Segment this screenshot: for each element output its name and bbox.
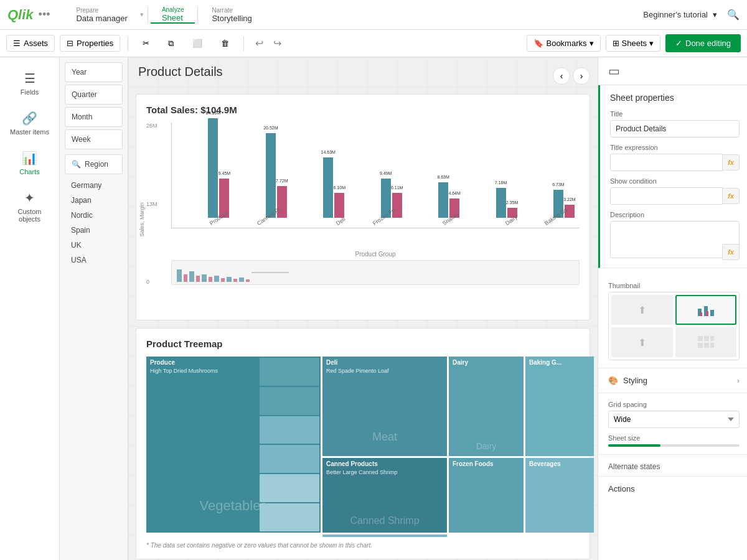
description-textarea[interactable] — [610, 221, 740, 258]
qlik-logo: Qlik — [7, 7, 34, 23]
thumb-upload-1[interactable]: ⬆ — [611, 295, 673, 325]
sheets-icon: ⊞ — [613, 39, 619, 48]
bar-group-5[interactable]: 7.18M 2.35M Dairy — [464, 188, 517, 228]
treemap-title: Product Treemap — [146, 338, 580, 349]
filter-region-nordic[interactable]: Nordic — [65, 208, 123, 223]
filter-region-germany[interactable]: Germany — [65, 178, 123, 193]
toolbar-separator-2 — [243, 36, 244, 51]
dairy-big-label: Dairy — [476, 441, 497, 451]
y-axis-label: Sales, Margin — [139, 202, 145, 236]
main-toolbar: ☰ Assets ⊟ Properties ✂ ⧉ ⬜ 🗑 ↩ ↪ 🔖 Book… — [0, 30, 747, 57]
produce-cell-3 — [260, 416, 319, 444]
bar-group-2[interactable]: 14.63M 6.10M Deli — [292, 157, 344, 228]
filter-month[interactable]: Month — [65, 107, 123, 127]
bar-4-2-value: 4.64M — [448, 191, 460, 195]
sidebar-item-charts[interactable]: 📊 Charts — [5, 144, 55, 182]
bookmarks-button[interactable]: 🔖 Bookmarks ▾ — [527, 35, 600, 52]
thumbnail-grid: ⬆ ⬆ — [608, 292, 740, 360]
thumb-chart-preview[interactable] — [675, 295, 737, 325]
thumb-upload-2[interactable]: ⬆ — [611, 327, 673, 357]
dairy-label: Dairy — [453, 359, 468, 366]
sidebar-item-fields[interactable]: ☰ Fields — [5, 65, 55, 102]
title-expression-fx-button[interactable]: fx — [723, 154, 740, 170]
sheets-button[interactable]: ⊞ Sheets ▾ — [606, 35, 660, 52]
toolbar-right: 🔖 Bookmarks ▾ ⊞ Sheets ▾ ✓ Done editing — [527, 34, 741, 52]
copy-button[interactable]: ⧉ — [161, 35, 181, 52]
y-axis-bottom: 0 — [146, 279, 157, 285]
bar-group-4[interactable]: 8.63M 4.64M Snacks — [407, 182, 459, 228]
assets-button[interactable]: ☰ Assets — [6, 35, 55, 52]
treemap-canned[interactable]: Canned Products Better Large Canned Shri… — [322, 458, 447, 533]
filter-region-uk[interactable]: UK — [65, 238, 123, 253]
mini-bar-4 — [202, 274, 207, 282]
bookmarks-arrow: ▾ — [590, 39, 594, 48]
bar-0-2-value: 9.45M — [218, 171, 230, 175]
bar-6-2-value: 3.22M — [563, 197, 575, 202]
treemap-produce[interactable]: Produce High Top Dried Mushrooms Vegetab… — [146, 357, 321, 533]
produce-big-label: Vegetables — [200, 498, 268, 514]
title-input[interactable] — [610, 120, 740, 138]
bar-group-1[interactable]: 20.52M 7.72M Canned Pr... — [234, 133, 286, 228]
filter-year[interactable]: Year — [65, 62, 123, 82]
prev-sheet-button[interactable]: ‹ — [553, 67, 570, 85]
cut-button[interactable]: ✂ — [136, 35, 156, 52]
actions-section: Actions — [598, 477, 747, 498]
treemap-grid[interactable]: Produce High Top Dried Mushrooms Vegetab… — [146, 357, 580, 537]
bar-group-6[interactable]: 6.73M 3.22M Baking Go... — [522, 190, 575, 228]
grid-spacing-section: Grid spacing Narrow Medium Wide Sheet si… — [598, 393, 747, 455]
filter-region-japan[interactable]: Japan — [65, 193, 123, 208]
show-condition-fx-button[interactable]: fx — [723, 188, 740, 204]
treemap-note: * The data set contains negative or zero… — [146, 542, 580, 549]
paste-button[interactable]: ⬜ — [186, 35, 209, 52]
properties-button[interactable]: ⊟ Properties — [60, 35, 120, 52]
show-condition-input[interactable] — [610, 187, 723, 205]
title-expression-input[interactable] — [610, 154, 723, 171]
title-expression-field: fx — [610, 154, 740, 171]
mini-scroll-indicator — [251, 272, 289, 273]
bar-1-2-value: 7.72M — [276, 179, 288, 183]
show-condition-field: fx — [610, 187, 740, 205]
treemap-deli[interactable]: Deli Red Spade Pimento Loaf Meat — [322, 357, 447, 456]
sidebar-item-master-items[interactable]: 🔗 Master items — [5, 105, 55, 142]
treemap-baking[interactable]: Baking G... — [525, 357, 594, 456]
treemap-frozen[interactable]: Frozen Foods — [449, 458, 524, 533]
cut-icon: ✂ — [143, 39, 149, 48]
next-sheet-button[interactable]: › — [573, 67, 590, 85]
sheets-arrow: ▾ — [649, 39, 654, 48]
redo-button[interactable]: ↪ — [270, 35, 285, 52]
deli-big-label: Meat — [372, 431, 397, 444]
prepare-dropdown-arrow[interactable]: ▾ — [140, 11, 144, 19]
nav-narrate[interactable]: Narrate Storytelling — [200, 7, 263, 23]
alternate-states-label: Alternate states — [608, 462, 740, 471]
filter-region-usa[interactable]: USA — [65, 253, 123, 268]
thumb-grid-preview[interactable] — [675, 327, 737, 357]
undo-button[interactable]: ↩ — [251, 35, 267, 52]
nav-analyze[interactable]: Analyze Sheet — [151, 6, 195, 24]
filter-quarter[interactable]: Quarter — [65, 85, 123, 105]
y-axis-top: 26M — [146, 123, 157, 129]
nav-prepare[interactable]: Prepare Data manager — [65, 7, 138, 23]
y-axis-mid: 13M — [146, 201, 157, 207]
mini-chart[interactable] — [171, 260, 580, 285]
styling-section[interactable]: 🎨 Styling › — [598, 368, 747, 393]
content-area[interactable]: Product Details ‹ › Total Sales: $104.9M… — [128, 57, 598, 560]
grid-spacing-select[interactable]: Narrow Medium Wide — [608, 411, 740, 428]
delete-button[interactable]: 🗑 — [214, 35, 236, 52]
bar-3-2-value: 6.11M — [391, 185, 403, 190]
description-fx-button[interactable]: fx — [722, 244, 740, 260]
filter-region-header[interactable]: 🔍 Region — [65, 154, 123, 174]
treemap-snacks[interactable]: Snacks — [322, 534, 447, 537]
treemap-dairy[interactable]: Dairy Dairy — [449, 357, 524, 456]
tutorial-dropdown[interactable]: Beginner's tutorial ▾ — [643, 10, 717, 19]
nav-dots-menu[interactable]: ••• — [39, 8, 50, 21]
filter-region-spain[interactable]: Spain — [65, 223, 123, 238]
search-button[interactable]: 🔍 — [727, 9, 740, 21]
treemap-beverages[interactable]: Beverages — [525, 458, 594, 533]
undo-redo-group: ↩ ↪ — [251, 35, 285, 52]
bar-group-3[interactable]: 9.49M 6.11M Frozen Fo... — [349, 179, 402, 228]
bar-group-0[interactable]: 24.16M 9.45M Produce — [177, 118, 229, 228]
paste-icon: ⬜ — [192, 39, 202, 48]
filter-week[interactable]: Week — [65, 129, 123, 149]
done-editing-button[interactable]: ✓ Done editing — [665, 34, 741, 52]
sidebar-item-custom-objects[interactable]: ✦ Custom objects — [5, 184, 55, 229]
